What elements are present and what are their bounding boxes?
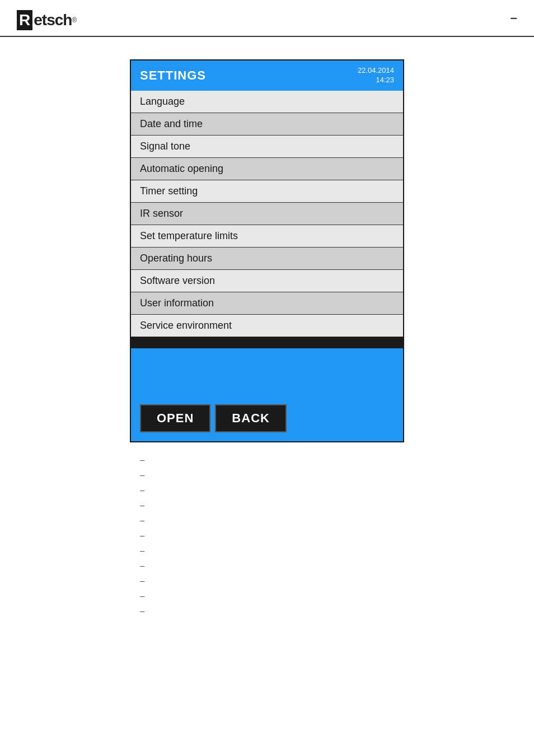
logo-r-box: R — [17, 10, 32, 30]
menu-item-operating-hours[interactable]: Operating hours — [131, 248, 403, 270]
settings-title: SETTINGS — [140, 68, 206, 83]
menu-item-label: Language — [140, 96, 185, 108]
settings-panel: SETTINGS 22.04.2014 14:23 LanguageDate a… — [130, 59, 404, 442]
menu-item-software-version[interactable]: Software version — [131, 270, 403, 292]
blue-area — [131, 348, 403, 399]
logo-text: etsch — [34, 11, 72, 29]
dash-line: – — [140, 590, 534, 601]
dashes-area: ––––––––––– — [0, 442, 534, 617]
settings-title-bar: SETTINGS 22.04.2014 14:23 — [131, 60, 403, 91]
header-dash: – — [510, 11, 517, 25]
datetime-time: 14:23 — [376, 76, 394, 84]
menu-item-set-temperature-limits[interactable]: Set temperature limits — [131, 225, 403, 248]
menu-item-label: Software version — [140, 275, 215, 287]
menu-item-label: Operating hours — [140, 253, 212, 264]
dash-line: – — [140, 605, 534, 617]
menu-item-label: Service environment — [140, 320, 232, 332]
menu-item-user-information[interactable]: User information — [131, 292, 403, 315]
menu-item-date-and-time[interactable]: Date and time — [131, 113, 403, 136]
menu-item-label: Date and time — [140, 118, 203, 130]
menu-spacer — [131, 337, 403, 348]
menu-list: LanguageDate and timeSignal toneAutomati… — [131, 91, 403, 337]
dash-line: – — [140, 559, 534, 571]
button-row: OPENBACK — [131, 399, 403, 441]
dash-line: – — [140, 575, 534, 586]
menu-item-timer-setting[interactable]: Timer setting — [131, 180, 403, 203]
main-content: SETTINGS 22.04.2014 14:23 LanguageDate a… — [0, 37, 534, 442]
back-button[interactable]: BACK — [215, 404, 287, 432]
dash-line: – — [140, 499, 534, 511]
menu-item-label: IR sensor — [140, 208, 183, 220]
open-button[interactable]: OPEN — [140, 404, 210, 432]
dash-line: – — [140, 484, 534, 496]
menu-item-label: Set temperature limits — [140, 230, 238, 242]
menu-item-automatic-opening[interactable]: Automatic opening — [131, 158, 403, 180]
dash-line: – — [140, 529, 534, 541]
dash-line: – — [140, 544, 534, 556]
menu-item-signal-tone[interactable]: Signal tone — [131, 136, 403, 158]
dash-line: – — [140, 514, 534, 526]
logo-registered: ® — [72, 16, 77, 24]
menu-item-label: Automatic opening — [140, 163, 223, 175]
menu-item-language[interactable]: Language — [131, 91, 403, 113]
dash-line: – — [140, 469, 534, 480]
menu-item-label: User information — [140, 297, 214, 309]
settings-datetime: 22.04.2014 14:23 — [358, 66, 394, 85]
header: Retsch® – — [0, 0, 534, 37]
dash-line: – — [140, 454, 534, 465]
menu-item-label: Timer setting — [140, 185, 198, 197]
datetime-date: 22.04.2014 — [358, 66, 394, 74]
menu-item-ir-sensor[interactable]: IR sensor — [131, 203, 403, 225]
menu-item-service-environment[interactable]: Service environment — [131, 315, 403, 337]
logo: Retsch® — [17, 10, 77, 30]
menu-item-label: Signal tone — [140, 141, 190, 152]
